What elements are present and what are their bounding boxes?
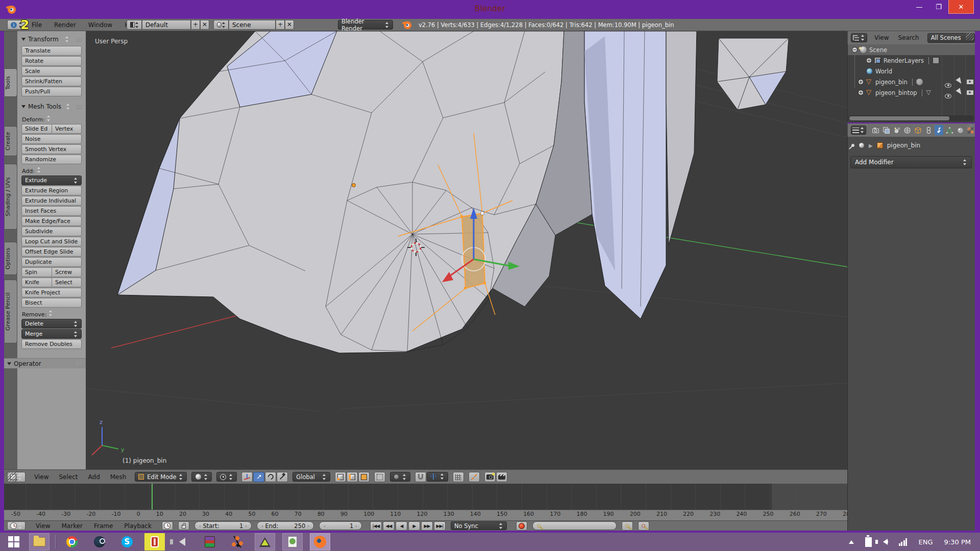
shelf-item[interactable]: Knife Project	[21, 288, 82, 297]
jump-to-end-button[interactable]: ▶▶|	[434, 521, 446, 531]
proportional-edit-dropdown[interactable]	[390, 472, 410, 482]
scene-icon-dropdown[interactable]	[213, 20, 229, 30]
taskbar-chrome-icon[interactable]	[62, 533, 82, 550]
edge-select-button[interactable]	[347, 472, 358, 482]
outliner-row[interactable]: pigeon_bin	[848, 77, 975, 87]
opengl-render-anim-button[interactable]	[496, 472, 507, 482]
expand-toggle-icon[interactable]	[858, 90, 864, 95]
render-engine-dropdown[interactable]: Blender Render	[338, 20, 393, 30]
shelf-item[interactable]: Spin	[21, 267, 52, 277]
face-select-button[interactable]	[358, 472, 370, 482]
tab-object[interactable]	[914, 125, 922, 135]
shelf-item[interactable]: Bisect	[21, 298, 82, 308]
vertex-select-button[interactable]	[335, 472, 346, 482]
pin-icon[interactable]	[851, 143, 855, 147]
layout-icon-dropdown[interactable]	[127, 20, 142, 30]
volume-icon[interactable]	[883, 539, 888, 545]
taskbar-highlighted-app-icon[interactable]	[144, 533, 165, 550]
shelf-item[interactable]: Select	[52, 278, 82, 287]
shelf-item[interactable]: Add:	[22, 167, 82, 174]
tab-object-data[interactable]	[945, 125, 954, 135]
shelf-item[interactable]: Shrink/Fatten	[21, 77, 82, 86]
start-frame-field[interactable]: ‹ Start: 1 ›	[194, 521, 252, 530]
shelf-item[interactable]: Duplicate	[21, 257, 82, 267]
shelf-item[interactable]: Delete	[21, 319, 82, 329]
shelf-item[interactable]: Extrude Individual	[21, 196, 82, 206]
menu-item[interactable]: Frame	[94, 522, 113, 530]
panel-grip-icon[interactable]	[76, 105, 82, 109]
shelf-item[interactable]: Remove Doubles	[21, 339, 82, 349]
manipulator-toggle-button[interactable]	[241, 472, 253, 482]
corner-resize-grip[interactable]	[966, 32, 974, 40]
selectability-cursor-icon[interactable]	[955, 77, 963, 85]
tab-world[interactable]	[903, 125, 912, 135]
selectability-cursor-icon[interactable]	[955, 88, 963, 96]
tab-modifiers[interactable]	[935, 125, 943, 135]
snap-peel-button[interactable]	[469, 472, 480, 482]
menu-item[interactable]: Search	[898, 34, 919, 41]
taskbar-molecule-app-icon[interactable]	[227, 533, 248, 550]
delete-keyframe-button[interactable]	[638, 521, 649, 531]
properties-editor-type-dropdown[interactable]	[851, 126, 866, 135]
toolshelf-tab[interactable]: Tools	[5, 68, 17, 97]
shelf-item[interactable]: Vertex	[52, 124, 82, 134]
battery-icon[interactable]	[865, 537, 872, 547]
outliner-row[interactable]: RenderLayers	[848, 55, 975, 66]
transform-orientation-dropdown[interactable]: Global	[292, 472, 330, 482]
rotate-manipulator-button[interactable]	[265, 472, 276, 482]
tab-constraints[interactable]	[924, 125, 933, 135]
outliner-row[interactable]: pigeon_bintop	[848, 87, 975, 98]
shelf-item[interactable]: Inset Faces	[21, 206, 82, 216]
scene-name-field[interactable]: Scene	[229, 20, 276, 30]
menu-item[interactable]: View	[36, 522, 50, 530]
3d-viewport[interactable]: z y	[86, 31, 847, 469]
add-layout-button[interactable]: +	[191, 20, 200, 30]
shelf-item[interactable]: Extrude Region	[21, 186, 82, 195]
operator-panel-header[interactable]: Operator	[4, 358, 86, 368]
shelf-item[interactable]: Deform:	[22, 115, 82, 123]
delete-layout-button[interactable]: ✕	[200, 20, 209, 30]
menu-item[interactable]: Mesh	[110, 473, 127, 481]
shelf-item[interactable]: Randomize	[21, 155, 82, 164]
increment-arrow-icon[interactable]: ›	[355, 523, 357, 529]
taskbar-notepadpp-icon[interactable]	[282, 533, 303, 550]
visibility-eye-icon[interactable]	[945, 94, 951, 98]
menu-item[interactable]: Add	[88, 473, 100, 481]
limit-selection-visible-button[interactable]	[374, 472, 385, 482]
shelf-item[interactable]: Screw	[52, 267, 82, 277]
expand-toggle-icon[interactable]	[866, 58, 872, 63]
shelf-item[interactable]: Subdivide	[21, 227, 82, 236]
outliner-row[interactable]: Scene	[848, 44, 975, 55]
shelf-item[interactable]: Knife	[21, 278, 52, 287]
taskbar-audio-app-icon[interactable]	[172, 533, 192, 550]
current-frame-playhead[interactable]	[152, 484, 153, 510]
shelf-item[interactable]: Mesh Tools	[21, 103, 82, 110]
decrement-arrow-icon[interactable]: ‹	[261, 523, 263, 529]
taskbar-skype-icon[interactable]: S	[117, 533, 137, 550]
timeline-canvas[interactable]	[4, 484, 847, 510]
shelf-item[interactable]: Transform	[21, 36, 82, 43]
record-button[interactable]	[516, 521, 527, 531]
delete-scene-button[interactable]: ✕	[285, 20, 294, 30]
header-resize-grip[interactable]	[4, 470, 17, 483]
corner-resize-grip[interactable]	[967, 124, 974, 132]
show-hidden-icons-button[interactable]	[849, 540, 854, 544]
taskbar-steam-icon[interactable]	[89, 533, 110, 550]
menu-item[interactable]: View	[874, 34, 889, 41]
close-button[interactable]: ✕	[948, 0, 974, 14]
lock-button[interactable]	[178, 521, 189, 530]
start-button[interactable]	[8, 536, 19, 547]
scale-manipulator-button[interactable]	[277, 472, 288, 482]
taskbar-explorer-icon[interactable]	[29, 533, 50, 550]
add-modifier-dropdown[interactable]: Add Modifier	[850, 156, 972, 168]
breadcrumb-object-name[interactable]: pigeon_bin	[887, 142, 920, 149]
opengl-render-image-button[interactable]	[484, 472, 496, 482]
keying-set-field[interactable]	[532, 521, 617, 530]
menu-item[interactable]: View	[34, 473, 48, 481]
shelf-item[interactable]: Loop Cut and Slide	[21, 237, 82, 246]
tab-render-layers[interactable]	[882, 125, 891, 135]
next-keyframe-button[interactable]: ▶▶	[421, 521, 433, 531]
panel-grip-icon[interactable]	[77, 362, 83, 366]
viewport-shading-dropdown[interactable]	[191, 472, 212, 482]
end-frame-field[interactable]: ‹ End: 250 ›	[257, 521, 314, 530]
